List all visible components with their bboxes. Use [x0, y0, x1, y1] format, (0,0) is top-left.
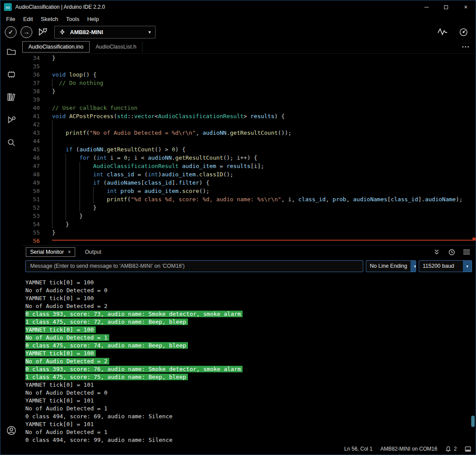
serial-scrollbar-thumb[interactable] [471, 416, 475, 427]
tab-output[interactable]: Output [82, 248, 104, 256]
indent-guide [52, 145, 52, 154]
code-line-56[interactable]: 56 [22, 237, 476, 245]
menu-tools[interactable]: Tools [62, 16, 83, 22]
sidebar-sketchbook-button[interactable] [6, 46, 17, 57]
editor-tabbar: AudioClassification.ino AudioClassList.h [22, 40, 476, 54]
code-line-47[interactable]: 47 AudioClassificationResult audio_item … [22, 162, 476, 170]
close-icon: × [464, 4, 467, 10]
close-tab-icon[interactable]: × [68, 249, 71, 255]
bell-icon [445, 446, 452, 452]
line-number: 46 [22, 154, 40, 162]
code-line-52[interactable]: 52 } [22, 203, 476, 212]
indent-guide [66, 187, 66, 195]
menu-edit[interactable]: Edit [19, 16, 37, 22]
serial-message-input[interactable] [25, 260, 363, 272]
serial-output[interactable]: YAMNET tick[0] = 100No of Audio Detected… [22, 273, 476, 443]
code-line-49[interactable]: 49 if (audioNames[class_id].filter) { [22, 178, 476, 187]
line-number: 50 [22, 187, 40, 195]
line-number: 39 [22, 95, 40, 104]
statusbar-right: Ln 56, Col 1 AMB82-MINI on COM16 2 [344, 446, 471, 452]
sidebar-boards-manager-button[interactable] [6, 69, 17, 80]
line-number: 53 [22, 212, 40, 220]
serial-plotter-button[interactable] [436, 26, 448, 38]
baud-rate-dropdown[interactable]: 115200 baud ▾ [419, 260, 472, 272]
serial-line: 0 class 475, score: 74, audio name: Beep… [25, 342, 476, 350]
line-number: 56 [22, 237, 40, 245]
code-line-45[interactable]: 45 if (audioNN.getResultCount() > 0) { [22, 145, 476, 154]
indent-guide [66, 162, 66, 170]
window-title: AudioClassification | Arduino IDE 2.2.0 [15, 4, 105, 10]
chevron-down-icon: ▾ [463, 261, 472, 272]
board-selector-dropdown[interactable]: AMB82-MINI ▾ [54, 26, 156, 38]
menu-sketch[interactable]: Sketch [37, 16, 62, 22]
board-port-status[interactable]: AMB82-MINI on COM16 [380, 446, 437, 452]
arrow-right-icon: → [24, 28, 30, 35]
indent-guide [52, 212, 52, 220]
serial-plotter-icon [438, 28, 448, 36]
indent-guide [80, 187, 80, 195]
tab-audioclassification-ino[interactable]: AudioClassification.ino [22, 41, 90, 52]
sidebar-library-manager-button[interactable] [6, 91, 17, 103]
code-line-51[interactable]: 51 printf("%d class %d, score: %d, audio… [22, 195, 476, 203]
collapse-panel-button[interactable] [433, 248, 441, 256]
code-line-37[interactable]: 37 // Do nothing [22, 79, 476, 87]
menu-file[interactable]: File [2, 16, 19, 22]
notifications-button[interactable]: 2 [445, 446, 457, 452]
serial-line: YAMNET tick[0] = 101 [25, 397, 476, 405]
code-line-50[interactable]: 50 int prob = audio_item.score(); [22, 187, 476, 195]
line-number: 37 [22, 79, 40, 87]
serial-line: 0 class 494, score: 99, audio name: Sile… [25, 436, 476, 443]
code-line-38[interactable]: 38} [22, 87, 476, 95]
code-line-34[interactable]: 34} [22, 54, 476, 62]
upload-button[interactable]: → [21, 26, 32, 38]
indent-guide [93, 187, 94, 195]
double-chevron-down-icon [434, 249, 440, 255]
panel-menu-button[interactable] [462, 248, 470, 256]
serial-monitor-button[interactable] [457, 26, 469, 38]
indent-guide [93, 195, 94, 203]
main-area: AudioClassification.ino AudioClassList.h… [0, 40, 476, 443]
account-button[interactable] [6, 425, 17, 436]
indent-guide [66, 212, 66, 220]
code-line-48[interactable]: 48 int class_id = (int)audio_item.classI… [22, 170, 476, 178]
books-icon [6, 92, 17, 102]
close-button[interactable]: × [456, 0, 476, 14]
serial-line: YAMNET tick[0] = 101 [25, 420, 476, 428]
ellipsis-icon [462, 46, 469, 48]
code-line-43[interactable]: 43 printf("No of Audio Detected = %d\r\n… [22, 129, 476, 137]
code-line-36[interactable]: 36void loop() { [22, 70, 476, 79]
cursor-position[interactable]: Ln 56, Col 1 [344, 446, 373, 452]
minimize-button[interactable] [417, 0, 436, 14]
code-line-40[interactable]: 40// User callback function [22, 104, 476, 112]
code-line-53[interactable]: 53 } [22, 212, 476, 220]
sidebar-debug-button[interactable] [6, 114, 17, 126]
code-line-42[interactable]: 42 [22, 120, 476, 129]
chevron-down-icon: ▾ [148, 29, 151, 35]
indent-guide [52, 203, 52, 212]
verify-button[interactable]: ✓ [5, 26, 17, 38]
code-line-44[interactable]: 44 [22, 137, 476, 145]
serial-line: YAMNET tick[0] = 101 [25, 381, 476, 389]
serial-line: No of Audio Detected = 0 [25, 287, 476, 294]
more-actions-button[interactable] [462, 46, 469, 48]
toggle-panel-button[interactable] [465, 446, 471, 452]
code-line-41[interactable]: 41void ACPostProcess(std::vector<AudioCl… [22, 112, 476, 120]
code-line-54[interactable]: 54 } [22, 220, 476, 228]
serial-output-lines: YAMNET tick[0] = 100No of Audio Detected… [25, 279, 476, 443]
line-ending-dropdown[interactable]: No Line Ending ▾ [366, 260, 416, 272]
serial-line: YAMNET tick[0] = 100 [25, 350, 476, 357]
code-line-39[interactable]: 39 [22, 95, 476, 104]
code-line-35[interactable]: 35 [22, 62, 476, 70]
tab-audioclasslist-h[interactable]: AudioClassList.h [90, 41, 142, 52]
maximize-button[interactable] [436, 0, 456, 14]
tab-serial-monitor[interactable]: Serial Monitor × [26, 247, 75, 257]
code-editor[interactable]: 34}3536void loop() {37 // Do nothing38}3… [22, 54, 476, 245]
debug-button[interactable] [36, 26, 49, 38]
indent-guide [80, 195, 80, 203]
menu-help[interactable]: Help [83, 16, 103, 22]
sidebar-search-button[interactable] [6, 137, 17, 148]
tab-label: Output [85, 249, 101, 255]
toggle-timestamp-button[interactable] [448, 248, 455, 256]
code-line-46[interactable]: 46 for (int i = 0; i < audioNN.getResult… [22, 154, 476, 162]
code-line-55[interactable]: 55} [22, 228, 476, 237]
